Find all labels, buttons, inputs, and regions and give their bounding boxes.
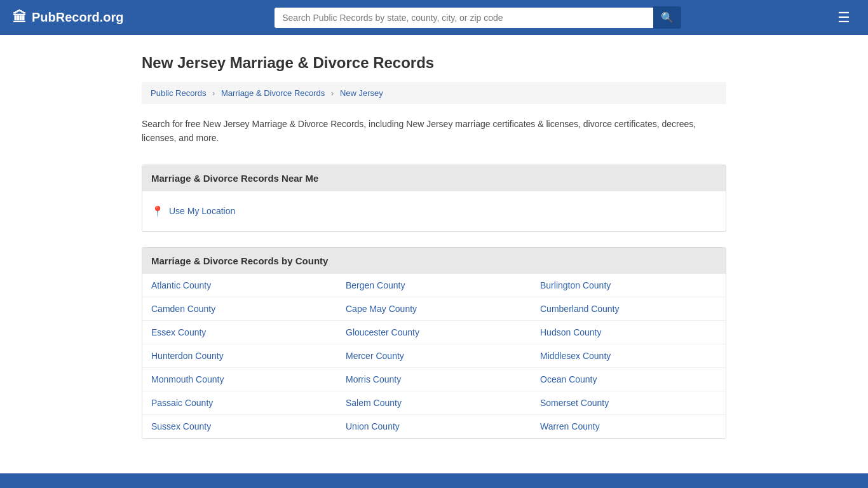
county-link[interactable]: Bergen County (337, 274, 531, 297)
main-content: New Jersey Marriage & Divorce Records Pu… (129, 35, 739, 473)
county-link[interactable]: Burlington County (531, 274, 726, 297)
breadcrumb-separator-1: › (212, 88, 215, 98)
county-section: Marriage & Divorce Records by County Atl… (142, 247, 726, 439)
search-input[interactable] (275, 8, 653, 28)
county-link[interactable]: Hudson County (531, 321, 726, 344)
breadcrumb-new-jersey[interactable]: New Jersey (340, 88, 383, 98)
county-link[interactable]: Salem County (337, 391, 531, 415)
county-link[interactable]: Monmouth County (142, 368, 337, 391)
county-link[interactable]: Mercer County (337, 344, 531, 368)
use-location-label: Use My Location (169, 206, 235, 216)
county-body: Atlantic CountyBergen CountyBurlington C… (142, 274, 726, 438)
site-footer: About UsContact UsPrivacy PolicyTerms an… (0, 473, 868, 488)
county-link[interactable]: Atlantic County (142, 274, 337, 297)
county-link[interactable]: Hunterdon County (142, 344, 337, 368)
site-logo[interactable]: 🏛 PubRecord.org (13, 10, 123, 26)
county-link[interactable]: Ocean County (531, 368, 726, 391)
breadcrumb-separator-2: › (331, 88, 334, 98)
site-header: 🏛 PubRecord.org 🔍 ☰ (0, 0, 868, 35)
breadcrumb-marriage-records[interactable]: Marriage & Divorce Records (221, 88, 325, 98)
county-link[interactable]: Essex County (142, 321, 337, 344)
location-pin-icon: 📍 (151, 205, 164, 217)
county-link[interactable]: Somerset County (531, 391, 726, 415)
county-link[interactable]: Morris County (337, 368, 531, 391)
page-description: Search for free New Jersey Marriage & Di… (142, 117, 726, 146)
near-me-header: Marriage & Divorce Records Near Me (142, 165, 726, 191)
near-me-body: 📍 Use My Location (142, 191, 726, 231)
search-icon: 🔍 (661, 12, 674, 23)
county-link[interactable]: Camden County (142, 297, 337, 321)
county-link[interactable]: Gloucester County (337, 321, 531, 344)
county-link[interactable]: Union County (337, 415, 531, 438)
county-link[interactable]: Passaic County (142, 391, 337, 415)
hamburger-icon: ☰ (837, 10, 850, 25)
logo-text: PubRecord.org (32, 10, 123, 25)
menu-button[interactable]: ☰ (832, 7, 855, 29)
search-area: 🔍 (275, 6, 681, 29)
county-link[interactable]: Warren County (531, 415, 726, 438)
logo-icon: 🏛 (13, 10, 27, 26)
county-link[interactable]: Middlesex County (531, 344, 726, 368)
use-location-button[interactable]: 📍 Use My Location (151, 203, 235, 220)
county-link[interactable]: Sussex County (142, 415, 337, 438)
search-button[interactable]: 🔍 (653, 6, 681, 29)
county-grid: Atlantic CountyBergen CountyBurlington C… (142, 274, 726, 438)
county-link[interactable]: Cumberland County (531, 297, 726, 321)
county-header: Marriage & Divorce Records by County (142, 248, 726, 274)
page-title: New Jersey Marriage & Divorce Records (142, 54, 726, 72)
breadcrumb-public-records[interactable]: Public Records (151, 88, 206, 98)
breadcrumb: Public Records › Marriage & Divorce Reco… (142, 82, 726, 104)
county-link[interactable]: Cape May County (337, 297, 531, 321)
near-me-section: Marriage & Divorce Records Near Me 📍 Use… (142, 165, 726, 232)
